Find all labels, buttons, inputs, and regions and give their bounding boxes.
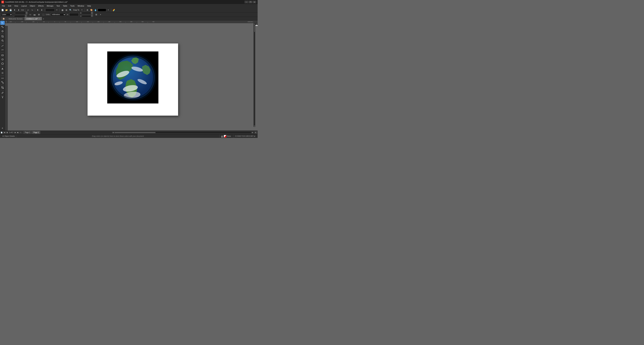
document-canvas[interactable] bbox=[8, 26, 258, 131]
fill-tool-button[interactable] bbox=[0, 95, 5, 99]
add-tool-button[interactable]: + bbox=[0, 126, 5, 130]
menu-file[interactable]: File bbox=[1, 5, 6, 7]
menu-object[interactable]: Object bbox=[28, 5, 36, 7]
pick-tool-button[interactable]: ↖ bbox=[0, 21, 5, 25]
nudge-input[interactable]: 0,1 mm bbox=[69, 13, 79, 16]
zoom-input[interactable]: 46% bbox=[46, 9, 55, 12]
polygon-tool-button[interactable] bbox=[0, 62, 5, 66]
menu-effects[interactable]: Effects bbox=[37, 5, 45, 7]
prev-page-button[interactable]: ◀ bbox=[6, 131, 8, 134]
dimension-tool-button[interactable] bbox=[0, 76, 5, 80]
menu-layout[interactable]: Layout bbox=[20, 5, 28, 7]
portrait-button[interactable]: ▭ bbox=[28, 13, 32, 17]
import-file-button[interactable]: ⬆ bbox=[36, 8, 40, 12]
snap-to-grid-button[interactable]: ⊞ bbox=[94, 13, 98, 17]
add-page-nav-button[interactable]: + bbox=[20, 131, 22, 134]
grid-h-input[interactable]: 5,0 mm bbox=[82, 12, 91, 14]
text-tool-button[interactable]: A bbox=[0, 67, 5, 71]
redo-button[interactable]: ↪ bbox=[30, 8, 34, 12]
restore-button[interactable]: ❐ bbox=[248, 1, 252, 3]
rectangle-tool-button[interactable] bbox=[0, 53, 5, 57]
add-page-button[interactable]: + bbox=[99, 13, 102, 17]
view-grid-button[interactable]: ▦ bbox=[60, 8, 64, 12]
tab-welcome[interactable]: Welcome Screen bbox=[7, 17, 24, 20]
node-tool-button[interactable] bbox=[0, 25, 5, 29]
svg-rect-12 bbox=[2, 81, 2, 82]
menu-tools[interactable]: Tools bbox=[69, 5, 76, 7]
dropper-button[interactable]: 💧 bbox=[94, 8, 98, 12]
svg-rect-0 bbox=[2, 26, 2, 27]
open-button[interactable]: 📂 bbox=[5, 8, 8, 12]
paper-size-select[interactable]: Letter bbox=[1, 13, 12, 16]
zoom-dropdown[interactable]: ▼ bbox=[55, 8, 59, 12]
palette-expand[interactable]: ▶ bbox=[254, 131, 257, 134]
menu-bitmaps[interactable]: Bitmaps bbox=[46, 5, 55, 7]
menu-view[interactable]: View bbox=[13, 5, 20, 7]
vertical-scrollbar[interactable]: ▲ ▼ bbox=[254, 23, 255, 127]
export-file-button[interactable]: ⬇ bbox=[40, 8, 44, 12]
save-button[interactable]: 💾 bbox=[9, 8, 12, 12]
menu-table[interactable]: Table bbox=[62, 5, 68, 7]
close-button[interactable]: ✕ bbox=[252, 1, 256, 3]
menu-text[interactable]: Text bbox=[55, 5, 61, 7]
color-scroll-thumb[interactable] bbox=[114, 132, 156, 133]
tab-untitled[interactable]: Untitled-1.cdr* ✕ bbox=[24, 17, 42, 20]
color-scroll-left[interactable]: ◀ bbox=[112, 132, 114, 134]
minimize-button[interactable]: ─ bbox=[244, 1, 248, 3]
tab-close-icon[interactable]: ✕ bbox=[39, 18, 40, 20]
freehand-tool-button[interactable] bbox=[0, 44, 5, 48]
units-label: Units: bbox=[46, 14, 50, 16]
vscroll-thumb[interactable] bbox=[254, 25, 255, 32]
first-page-button[interactable]: |◀ bbox=[3, 131, 6, 134]
svg-text:350: 350 bbox=[130, 21, 132, 22]
crop-tool-button[interactable] bbox=[0, 34, 5, 39]
vscroll-down[interactable]: ▼ bbox=[254, 125, 255, 127]
palette-scroll-up[interactable]: ▲ bbox=[256, 23, 258, 25]
vscroll-up[interactable]: ▲ bbox=[254, 23, 255, 25]
parallel-tool-button[interactable] bbox=[0, 71, 5, 75]
tool-sep-6 bbox=[1, 85, 4, 85]
units-select[interactable]: millimeters bbox=[51, 13, 66, 16]
transform-tool-button[interactable] bbox=[0, 29, 5, 33]
grid-h-up[interactable]: ▲ bbox=[91, 12, 93, 13]
color-scroll-track[interactable] bbox=[114, 132, 251, 133]
landscape-button[interactable]: ▬ bbox=[33, 13, 36, 17]
menu-help[interactable]: Help bbox=[86, 5, 92, 7]
earth-image bbox=[107, 52, 158, 104]
tab-add-button[interactable]: + bbox=[42, 17, 45, 20]
menu-window[interactable]: Window bbox=[76, 5, 86, 7]
page-bleed-button[interactable]: ⬚ bbox=[42, 13, 45, 17]
page-margins-button[interactable]: ⊞ bbox=[37, 13, 41, 17]
color-fill-swatch[interactable] bbox=[98, 9, 106, 12]
view-snap-button[interactable]: 🔍 bbox=[68, 8, 72, 12]
last-page-button[interactable]: ▶| bbox=[17, 131, 19, 134]
color-scroll-right[interactable]: ▶ bbox=[252, 132, 254, 134]
page-2-tab[interactable]: Page 2 bbox=[32, 131, 40, 134]
color-dropdown[interactable]: ▼ bbox=[106, 8, 110, 12]
width-input[interactable]: 279,4 mm bbox=[15, 12, 26, 14]
status-bar: ⚙ Object Details Drag colors (or objects… bbox=[0, 134, 258, 138]
color-management-button[interactable]: 🌈 bbox=[112, 8, 116, 12]
grid-v-up[interactable]: ▲ bbox=[91, 15, 93, 16]
window-controls: ─ ❐ ✕ bbox=[244, 1, 256, 3]
height-up[interactable]: ▲ bbox=[25, 15, 27, 16]
view-guidelines-button[interactable]: ⊞ bbox=[64, 8, 68, 12]
grid-h-down[interactable]: ▼ bbox=[91, 13, 93, 15]
connector-tool-button[interactable] bbox=[0, 80, 5, 84]
smart-draw-button[interactable] bbox=[0, 48, 5, 52]
page-1-tab[interactable]: Page 1 bbox=[23, 131, 32, 134]
drag-hint-text: Drag colors (or objects) here to store t… bbox=[92, 135, 144, 137]
menu-edit[interactable]: Edit bbox=[7, 5, 12, 7]
page-canvas bbox=[88, 44, 178, 116]
width-up[interactable]: ▲ bbox=[26, 12, 28, 13]
tab-home[interactable]: 🏠 bbox=[1, 17, 7, 20]
ellipse-tool-button[interactable] bbox=[0, 57, 5, 61]
object-details-section[interactable]: ⚙ Object Details bbox=[1, 134, 16, 138]
zoom-tool-button[interactable] bbox=[0, 39, 5, 43]
eyedropper-tool-button[interactable] bbox=[0, 91, 5, 95]
new-button[interactable]: 📄 bbox=[1, 8, 4, 12]
next-page-button[interactable]: ▶ bbox=[14, 131, 16, 134]
width-down[interactable]: ▼ bbox=[26, 13, 28, 15]
checkerboard-button[interactable] bbox=[0, 86, 5, 90]
title-bar: C CorelDRAW 2020 (64-Bit) - C:\- Archivo… bbox=[0, 0, 258, 4]
